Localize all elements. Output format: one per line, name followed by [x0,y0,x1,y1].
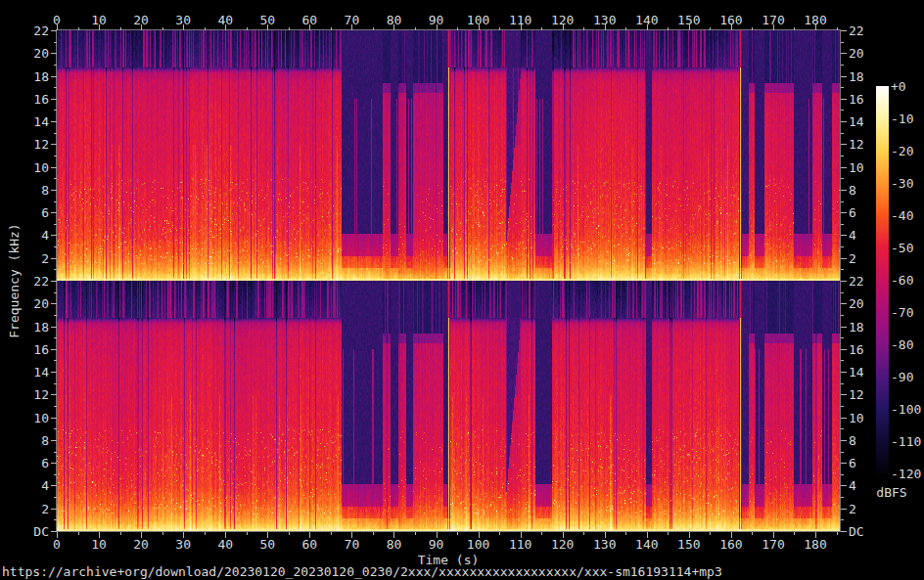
freq-tick-mark [841,349,847,350]
freq-minor-tick-mark [54,42,57,43]
freq-tick-label: 16 [0,342,49,355]
time-tick-mark [393,532,394,538]
freq-tick-mark [841,76,847,77]
colorbar-tick-label: -10 [891,112,913,125]
time-minor-tick-mark [710,27,711,30]
colorbar-tick-label: -80 [891,338,913,351]
time-tick-label: 80 [387,538,402,551]
time-tick-mark [647,24,648,30]
freq-tick-label: 4 [0,229,49,242]
freq-tick-mark [51,76,57,77]
freq-tick-mark [841,327,847,328]
time-tick-label: 60 [302,538,318,551]
time-minor-tick-mark [289,27,290,30]
freq-tick-mark [51,372,57,373]
freq-tick-label: 10 [0,411,49,424]
time-minor-tick-mark [289,532,290,535]
freq-tick-label: 12 [849,388,864,401]
time-tick-mark [141,24,142,30]
freq-tick-label: 8 [849,183,856,196]
freq-tick-mark [51,349,57,350]
time-minor-tick-mark [120,532,121,535]
freq-minor-tick-mark [54,201,57,202]
freq-minor-tick-mark [841,360,844,361]
freq-tick-mark [51,303,57,304]
colorbar-tick-label: -110 [891,435,921,448]
colorbar-tick-label: -50 [891,242,913,254]
freq-tick-label: 16 [0,92,49,105]
freq-tick-label: 12 [849,138,864,151]
freq-tick-mark [51,440,57,441]
freq-minor-tick-mark [54,178,57,179]
time-tick-mark [563,532,564,538]
time-tick-label: 160 [719,538,742,551]
freq-minor-tick-mark [54,428,57,429]
time-minor-tick-mark [162,27,163,30]
time-tick-mark [521,532,522,538]
freq-tick-label: 20 [849,47,864,60]
freq-tick-mark [51,121,57,122]
freq-tick-mark [51,418,57,419]
freq-minor-tick-mark [54,337,57,338]
freq-minor-tick-mark [54,292,57,293]
time-tick-mark [57,532,58,538]
time-tick-label: 20 [133,538,149,551]
freq-minor-tick-mark [54,406,57,407]
time-tick-mark [815,532,816,538]
time-tick-label: 110 [509,538,531,551]
freq-minor-tick-mark [54,315,57,316]
freq-minor-tick-mark [54,65,57,66]
time-tick-mark [99,24,100,30]
freq-minor-tick-mark [841,474,844,475]
freq-tick-label: 4 [849,229,856,242]
time-tick-label: 120 [551,538,574,551]
colorbar-unit-label: dBFS [876,486,906,499]
time-tick-mark [563,24,564,30]
time-tick-mark [351,532,352,538]
freq-tick-mark [51,212,57,213]
time-tick-mark [351,24,352,30]
freq-minor-tick-mark [54,452,57,453]
freq-minor-tick-mark [54,156,57,156]
time-tick-mark [309,532,310,538]
freq-tick-mark [841,258,847,259]
time-tick-label: 50 [259,538,275,551]
time-tick-mark [141,532,142,538]
time-tick-mark [647,532,648,538]
freq-tick-mark [51,190,57,191]
time-minor-tick-mark [373,27,374,30]
freq-tick-mark [51,258,57,259]
freq-minor-tick-mark [841,178,844,179]
freq-tick-mark [841,485,847,486]
time-tick-mark [689,24,690,30]
time-minor-tick-mark [668,27,669,30]
freq-tick-label: 18 [0,69,49,82]
time-minor-tick-mark [625,27,626,30]
freq-tick-label: 4 [0,479,49,492]
time-minor-tick-mark [162,532,163,535]
time-tick-mark [99,532,100,538]
freq-minor-tick-mark [841,337,844,338]
freq-minor-tick-mark [841,428,844,429]
freq-tick-label: 12 [0,138,49,151]
freq-tick-mark [51,53,57,54]
freq-tick-label: 14 [849,115,864,128]
freq-minor-tick-mark [54,519,57,520]
colorbar-tick-label: -70 [891,306,913,319]
time-tick-mark [437,24,438,30]
freq-minor-tick-mark [841,156,844,156]
time-tick-mark [605,24,606,30]
time-minor-tick-mark [373,532,374,535]
freq-minor-tick-mark [841,201,844,202]
freq-tick-label: 10 [0,160,49,173]
time-tick-label: 40 [217,538,233,551]
freq-tick-label: 8 [0,183,49,196]
time-tick-mark [267,24,268,30]
freq-minor-tick-mark [841,42,844,43]
time-minor-tick-mark [541,27,542,30]
time-tick-label: 0 [53,538,61,551]
freq-tick-mark [841,212,847,213]
freq-minor-tick-mark [841,133,844,134]
time-minor-tick-mark [331,27,332,30]
time-minor-tick-mark [668,532,669,535]
